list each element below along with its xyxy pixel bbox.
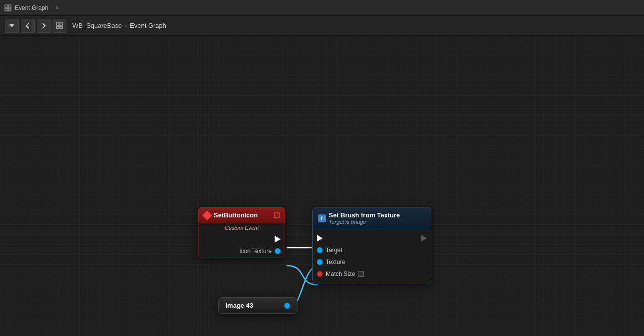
pin-exec-row[interactable] xyxy=(313,232,431,244)
pin-match-size[interactable]: Match Size xyxy=(313,268,431,280)
svg-rect-0 xyxy=(5,5,7,7)
match-size-checkbox[interactable] xyxy=(358,271,364,277)
svg-rect-8 xyxy=(60,26,62,29)
svg-rect-7 xyxy=(57,26,59,29)
node-image43-header: Image 43 xyxy=(218,297,297,314)
breadcrumb-separator: › xyxy=(125,22,127,29)
breadcrumb-parent[interactable]: WB_SquareBase xyxy=(72,22,122,29)
toolbar-grid-button[interactable] xyxy=(53,19,66,33)
event-icon xyxy=(202,210,212,220)
svg-rect-6 xyxy=(60,23,62,25)
svg-rect-3 xyxy=(8,8,11,11)
exec-out-arrow xyxy=(421,235,427,242)
match-size-dot[interactable] xyxy=(317,271,323,277)
match-size-label: Match Size xyxy=(326,270,355,277)
icon-texture-dot[interactable] xyxy=(275,248,281,254)
svg-rect-1 xyxy=(8,5,11,7)
exec-out-arrow xyxy=(275,236,281,243)
title-bar: Event Graph × xyxy=(0,0,644,16)
node-setbuttonicon-header: SetButtonIcon xyxy=(198,207,285,223)
node-setbrush-subtitle: Target is Image xyxy=(329,219,400,225)
toolbar-back-button[interactable] xyxy=(21,19,35,33)
icon-texture-label: Icon Texture xyxy=(239,248,272,255)
pin-icon-texture[interactable]: Icon Texture xyxy=(199,245,285,257)
node-image43[interactable]: Image 43 xyxy=(218,297,297,314)
blueprint-canvas[interactable]: SetButtonIcon Custom Event Icon Texture … xyxy=(0,36,644,336)
node-setbuttonicon-close-pin[interactable] xyxy=(274,212,280,218)
tab-label: Event Graph xyxy=(15,4,48,11)
node-image43-label: Image 43 xyxy=(226,302,253,309)
exec-in-arrow xyxy=(317,235,323,242)
node-setbuttonicon-subtitle: Custom Event xyxy=(225,225,259,231)
function-icon: f xyxy=(318,214,326,222)
target-dot[interactable] xyxy=(317,247,323,253)
node-setbuttonicon-title: SetButtonIcon xyxy=(214,211,258,219)
svg-marker-4 xyxy=(9,24,14,27)
target-label: Target xyxy=(326,247,342,254)
pin-exec-out[interactable] xyxy=(199,233,285,245)
texture-dot[interactable] xyxy=(317,259,323,265)
svg-rect-2 xyxy=(5,8,7,11)
node-setbuttonicon[interactable]: SetButtonIcon Custom Event Icon Texture xyxy=(198,207,285,258)
toolbar-forward-button[interactable] xyxy=(37,19,51,33)
texture-label: Texture xyxy=(326,259,345,266)
pin-texture[interactable]: Texture xyxy=(313,256,431,268)
toolbar-dropdown-button[interactable] xyxy=(5,19,19,33)
image43-output-dot[interactable] xyxy=(284,303,290,309)
node-setbrush-header: f Set Brush from Texture Target is Image xyxy=(312,207,431,229)
toolbar: WB_SquareBase › Event Graph xyxy=(0,16,644,36)
breadcrumb-current: Event Graph xyxy=(130,22,166,29)
node-setbrush-title: Set Brush from Texture xyxy=(329,211,400,219)
svg-rect-5 xyxy=(57,23,59,25)
tab-icon xyxy=(4,4,12,12)
breadcrumb: WB_SquareBase › Event Graph xyxy=(72,22,166,29)
pin-target[interactable]: Target xyxy=(313,244,431,256)
tab-close-button[interactable]: × xyxy=(55,4,59,11)
node-set-brush-from-texture[interactable]: f Set Brush from Texture Target is Image… xyxy=(312,207,431,283)
connections-layer xyxy=(0,36,644,336)
